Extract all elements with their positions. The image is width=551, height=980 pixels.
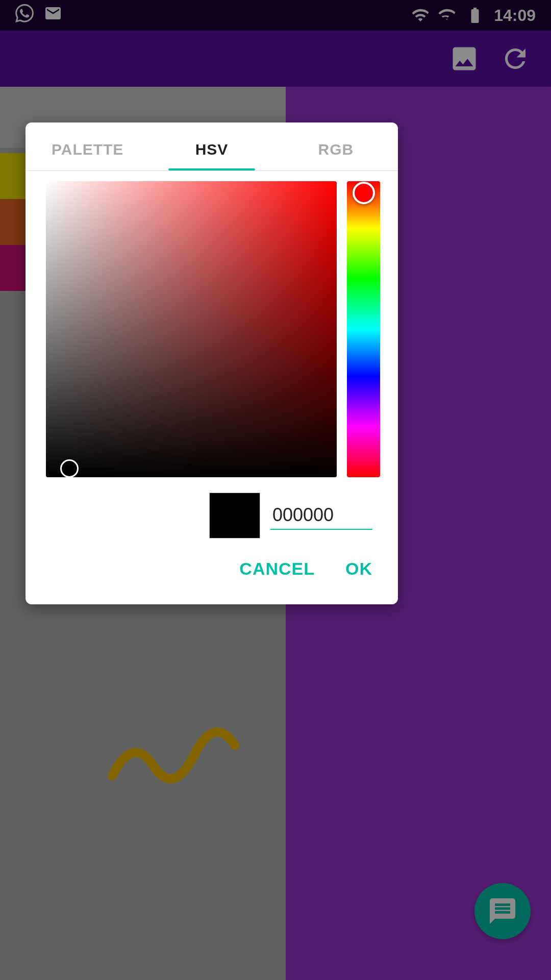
hue-slider-inner [347, 181, 380, 477]
dialog-bottom [26, 477, 398, 544]
dialog-actions: CANCEL OK [26, 544, 398, 589]
ok-button[interactable]: OK [345, 554, 372, 584]
color-preview [209, 493, 260, 538]
cancel-button[interactable]: CANCEL [239, 554, 315, 584]
hue-slider[interactable] [347, 181, 380, 477]
hex-input[interactable] [270, 501, 372, 530]
picker-body [26, 181, 398, 477]
sv-cursor [60, 459, 79, 478]
sv-square-inner [46, 181, 337, 477]
sv-dark-gradient [46, 181, 337, 477]
hue-cursor [353, 182, 375, 204]
tab-palette[interactable]: PALETTE [26, 122, 149, 170]
sv-square[interactable] [46, 181, 337, 477]
dialog-tabs: PALETTE HSV RGB [26, 122, 398, 171]
tab-hsv[interactable]: HSV [149, 122, 273, 170]
color-picker-dialog: PALETTE HSV RGB CANCEL OK [26, 122, 398, 604]
tab-rgb[interactable]: RGB [274, 122, 398, 170]
